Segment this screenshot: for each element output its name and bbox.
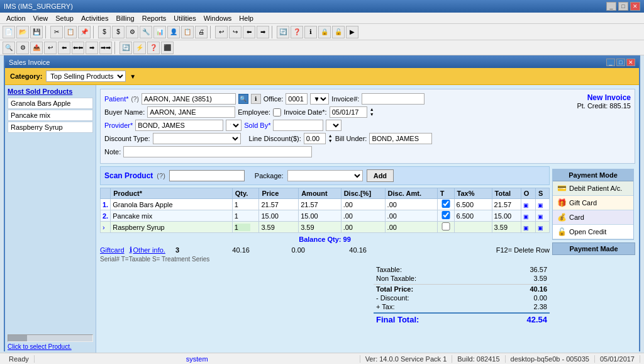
tb-b14[interactable]: ❓ [291, 26, 303, 38]
tb2-b4[interactable]: ↩ [44, 42, 57, 54]
row2-product[interactable] [111, 210, 233, 222]
note-input[interactable] [123, 146, 312, 157]
row3-t[interactable] [437, 222, 454, 233]
menu-billing[interactable]: Billing [112, 14, 138, 23]
row3-amount-input[interactable] [301, 224, 326, 231]
discount-spinner[interactable]: ▲ ▼ [328, 134, 333, 144]
list-item-granola[interactable]: Granola Bars Apple [8, 98, 93, 109]
tb-b6[interactable]: 👤 [167, 26, 180, 38]
row1-qty[interactable] [232, 199, 259, 210]
tb-b2[interactable]: $ [112, 26, 125, 38]
row1-tax[interactable] [454, 199, 492, 210]
tb-b8[interactable]: 🖨 [195, 26, 208, 38]
row2-tax-input[interactable] [457, 212, 480, 220]
menu-activities[interactable]: Activities [77, 14, 112, 23]
tb-b3[interactable]: ⚙ [126, 26, 138, 38]
other-info-link[interactable]: ℹ Other info. [130, 246, 165, 254]
menu-view[interactable]: View [30, 14, 52, 23]
tb-cut[interactable]: ✂ [50, 26, 63, 38]
bill-under-input[interactable] [369, 133, 432, 144]
patient-info-btn[interactable]: ℹ [251, 94, 261, 104]
win-close[interactable]: ✕ [626, 59, 635, 66]
left-scrollbar[interactable]: Click to select Product. [8, 334, 93, 350]
row1-tax-input[interactable] [457, 201, 480, 208]
tb-b18[interactable]: ▶ [346, 26, 358, 38]
win-maximize[interactable]: □ [616, 59, 625, 66]
row1-o[interactable]: ▣ [521, 199, 535, 210]
row1-t[interactable] [437, 199, 454, 210]
row1-amount-input[interactable] [301, 201, 326, 208]
employee-checkbox[interactable] [273, 108, 281, 117]
row1-qty-input[interactable] [235, 201, 250, 208]
row2-tax[interactable] [454, 210, 492, 222]
row3-product-input[interactable] [113, 224, 230, 231]
row1-disc-amt-input[interactable] [387, 201, 406, 208]
tb-copy[interactable]: 📋 [64, 26, 77, 38]
discount-type-select[interactable] [153, 133, 241, 144]
tb-b12[interactable]: ➡ [257, 26, 269, 38]
win-minimize[interactable]: _ [606, 59, 615, 66]
payment-item-open-credit[interactable]: 🔓 Open Credit [553, 225, 633, 239]
tb-b15[interactable]: ℹ [304, 26, 317, 38]
row1-disc-amt[interactable] [385, 199, 437, 210]
click-to-select[interactable]: Click to select Product. [8, 343, 93, 350]
tb2-b2[interactable]: ⚙ [16, 42, 29, 54]
row2-qty[interactable] [232, 210, 259, 222]
tb2-b1[interactable]: 🔍 [3, 42, 15, 54]
tb-b17[interactable]: 🔓 [332, 26, 345, 38]
scan-input[interactable] [169, 170, 245, 181]
row3-product[interactable] [111, 222, 233, 233]
row2-price-input[interactable] [261, 212, 286, 220]
row2-disc-amt-input[interactable] [387, 212, 406, 220]
row3-qty[interactable] [232, 222, 259, 233]
tb2-b6[interactable]: ⬅⬅ [72, 42, 84, 54]
buyer-input[interactable] [147, 106, 235, 118]
payment-item-giftcard[interactable]: 🎁 Gift Card [553, 196, 633, 210]
tb-b10[interactable]: ↪ [229, 26, 242, 38]
row3-disc-pct[interactable] [341, 222, 385, 233]
tb2-b9[interactable]: 🔄 [119, 42, 132, 54]
menu-setup[interactable]: Setup [52, 14, 77, 23]
list-item-raspberry[interactable]: Raspberry Syrup [8, 122, 93, 133]
provider-input[interactable] [135, 120, 223, 131]
menu-utilities[interactable]: Utilities [170, 14, 199, 23]
row3-price[interactable] [259, 222, 299, 233]
tb-b1[interactable]: $ [98, 26, 111, 38]
row3-price-input[interactable] [261, 224, 286, 231]
tb-b4[interactable]: 🔧 [140, 26, 152, 38]
row1-disc-pct-input[interactable] [343, 201, 362, 208]
other-info-text[interactable]: Other info. [133, 246, 165, 254]
category-select[interactable]: Top Selling Products [46, 71, 126, 82]
row2-qty-input[interactable] [235, 212, 250, 220]
maximize-btn[interactable]: □ [618, 2, 628, 11]
tb-b13[interactable]: 🔄 [277, 26, 289, 38]
close-btn[interactable]: ✕ [630, 2, 640, 11]
row2-product-input[interactable] [113, 212, 230, 220]
tb-b7[interactable]: 📋 [181, 26, 194, 38]
package-select[interactable] [287, 170, 363, 181]
row3-s[interactable]: ▣ [536, 222, 550, 233]
invoice-number-input[interactable] [362, 93, 425, 105]
row2-price[interactable] [259, 210, 299, 222]
row3-o[interactable]: ▣ [521, 222, 535, 233]
row1-product[interactable] [111, 199, 233, 210]
tb-b11[interactable]: ⬅ [243, 26, 255, 38]
row2-s[interactable]: ▣ [536, 210, 550, 222]
tb2-b7[interactable]: ➡ [86, 42, 98, 54]
tb-b5[interactable]: 📊 [153, 26, 166, 38]
row1-price[interactable] [259, 199, 299, 210]
tb-open[interactable]: 📂 [16, 26, 29, 38]
row3-tax[interactable] [454, 222, 492, 233]
add-button[interactable]: Add [367, 169, 394, 182]
row2-disc-pct-input[interactable] [343, 212, 362, 220]
row3-amount[interactable] [299, 222, 341, 233]
row1-t-check[interactable] [440, 200, 452, 208]
patient-search-btn[interactable]: 🔍 [238, 94, 248, 104]
row2-amount[interactable] [299, 210, 341, 222]
row2-disc-pct[interactable] [341, 210, 385, 222]
row3-disc-amt-input[interactable] [387, 224, 406, 231]
window-controls[interactable]: _ □ ✕ [606, 59, 635, 66]
row3-disc-pct-input[interactable] [343, 224, 362, 231]
menu-help[interactable]: Help [235, 14, 257, 23]
row3-qty-input[interactable] [235, 224, 250, 231]
